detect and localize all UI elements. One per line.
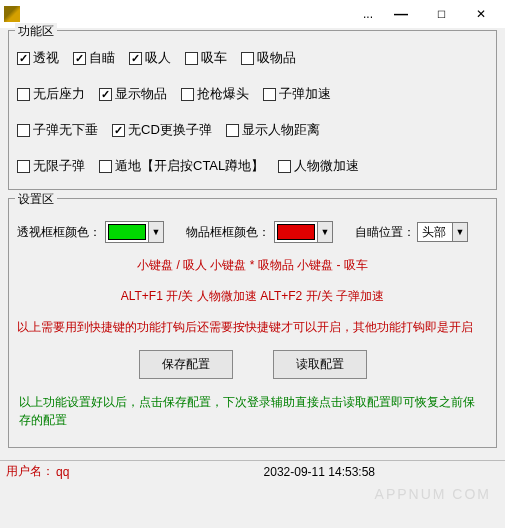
color-row: 透视框框颜色： ▼ 物品框框颜色： ▼ 自瞄位置： 头部 ▼ bbox=[17, 221, 488, 243]
checkbox-label: 人物微加速 bbox=[294, 157, 359, 175]
checkbox-label: 遁地【开启按CTAL蹲地】 bbox=[115, 157, 264, 175]
app-icon bbox=[4, 6, 20, 22]
watermark: APPNUM COM bbox=[375, 486, 491, 502]
checkbox-吸物品[interactable]: 吸物品 bbox=[241, 49, 296, 67]
aimbot-position-select[interactable]: 头部 ▼ bbox=[417, 222, 468, 242]
username-value: qq bbox=[56, 465, 69, 479]
item-color-select[interactable]: ▼ bbox=[274, 221, 333, 243]
dropdown-arrow-icon: ▼ bbox=[317, 222, 332, 242]
checkbox-label: 子弹无下垂 bbox=[33, 121, 98, 139]
checkbox-icon bbox=[17, 88, 30, 101]
checkbox-icon bbox=[73, 52, 86, 65]
checkbox-label: 显示物品 bbox=[115, 85, 167, 103]
checkbox-label: 显示人物距离 bbox=[242, 121, 320, 139]
checkbox-label: 透视 bbox=[33, 49, 59, 67]
close-button[interactable]: ✕ bbox=[461, 2, 501, 26]
titlebar-dots: ... bbox=[355, 7, 381, 21]
checkbox-label: 子弹加速 bbox=[279, 85, 331, 103]
statusbar: 用户名： qq 2032-09-11 14:53:58 bbox=[0, 460, 505, 482]
checkbox-子弹加速[interactable]: 子弹加速 bbox=[263, 85, 331, 103]
checkbox-icon bbox=[17, 160, 30, 173]
checkbox-icon bbox=[17, 52, 30, 65]
checkbox-label: 自瞄 bbox=[89, 49, 115, 67]
minimize-button[interactable]: — bbox=[381, 2, 421, 26]
checkbox-label: 无CD更换子弹 bbox=[128, 121, 212, 139]
checkbox-遁地【开启按CTAL蹲地】[interactable]: 遁地【开启按CTAL蹲地】 bbox=[99, 157, 264, 175]
load-config-button[interactable]: 读取配置 bbox=[273, 350, 367, 379]
checkbox-无CD更换子弹[interactable]: 无CD更换子弹 bbox=[112, 121, 212, 139]
perspective-color-select[interactable]: ▼ bbox=[105, 221, 164, 243]
checkbox-自瞄[interactable]: 自瞄 bbox=[73, 49, 115, 67]
checkbox-显示人物距离[interactable]: 显示人物距离 bbox=[226, 121, 320, 139]
checkbox-row: 无后座力显示物品抢枪爆头子弹加速 bbox=[17, 85, 488, 103]
dropdown-arrow-icon: ▼ bbox=[148, 222, 163, 242]
hotkey-hint-3: 以上需要用到快捷键的功能打钩后还需要按快捷键才可以开启，其他功能打钩即是开启 bbox=[17, 319, 488, 336]
checkbox-row: 透视自瞄吸人吸车吸物品 bbox=[17, 49, 488, 67]
checkbox-icon bbox=[17, 124, 30, 137]
function-group: 功能区 透视自瞄吸人吸车吸物品无后座力显示物品抢枪爆头子弹加速子弹无下垂无CD更… bbox=[8, 30, 497, 190]
checkbox-人物微加速[interactable]: 人物微加速 bbox=[278, 157, 359, 175]
checkbox-label: 抢枪爆头 bbox=[197, 85, 249, 103]
checkbox-icon bbox=[263, 88, 276, 101]
checkbox-icon bbox=[185, 52, 198, 65]
checkbox-label: 吸人 bbox=[145, 49, 171, 67]
dropdown-arrow-icon: ▼ bbox=[452, 223, 467, 241]
username-label: 用户名： bbox=[6, 463, 54, 480]
perspective-color-label: 透视框框颜色： bbox=[17, 224, 101, 241]
item-color-swatch bbox=[277, 224, 315, 240]
function-group-title: 功能区 bbox=[15, 23, 57, 40]
checkbox-吸车[interactable]: 吸车 bbox=[185, 49, 227, 67]
checkbox-子弹无下垂[interactable]: 子弹无下垂 bbox=[17, 121, 98, 139]
checkbox-icon bbox=[99, 88, 112, 101]
checkbox-row: 无限子弹遁地【开启按CTAL蹲地】人物微加速 bbox=[17, 157, 488, 175]
hotkey-hint-1: 小键盘 / 吸人 小键盘 * 吸物品 小键盘 - 吸车 bbox=[17, 257, 488, 274]
checkbox-label: 吸物品 bbox=[257, 49, 296, 67]
save-config-button[interactable]: 保存配置 bbox=[139, 350, 233, 379]
maximize-button[interactable]: ☐ bbox=[421, 2, 461, 26]
hotkey-hint-2: ALT+F1 开/关 人物微加速 ALT+F2 开/关 子弹加速 bbox=[17, 288, 488, 305]
titlebar: ... — ☐ ✕ bbox=[0, 0, 505, 28]
save-hint: 以上功能设置好以后，点击保存配置，下次登录辅助直接点击读取配置即可恢复之前保存的… bbox=[19, 393, 486, 429]
checkbox-label: 无限子弹 bbox=[33, 157, 85, 175]
checkbox-row: 子弹无下垂无CD更换子弹显示人物距离 bbox=[17, 121, 488, 139]
checkbox-icon bbox=[129, 52, 142, 65]
checkbox-icon bbox=[99, 160, 112, 173]
aimbot-position-label: 自瞄位置： bbox=[355, 224, 415, 241]
checkbox-label: 无后座力 bbox=[33, 85, 85, 103]
checkbox-icon bbox=[241, 52, 254, 65]
item-color-label: 物品框框颜色： bbox=[186, 224, 270, 241]
checkbox-显示物品[interactable]: 显示物品 bbox=[99, 85, 167, 103]
button-row: 保存配置 读取配置 bbox=[17, 350, 488, 379]
checkbox-icon bbox=[112, 124, 125, 137]
aimbot-position-value: 头部 bbox=[418, 224, 452, 241]
checkbox-抢枪爆头[interactable]: 抢枪爆头 bbox=[181, 85, 249, 103]
checkbox-无限子弹[interactable]: 无限子弹 bbox=[17, 157, 85, 175]
checkbox-icon bbox=[278, 160, 291, 173]
settings-group: 设置区 透视框框颜色： ▼ 物品框框颜色： ▼ 自瞄位置： 头部 ▼ 小键盘 /… bbox=[8, 198, 497, 448]
checkbox-无后座力[interactable]: 无后座力 bbox=[17, 85, 85, 103]
checkbox-label: 吸车 bbox=[201, 49, 227, 67]
checkbox-icon bbox=[226, 124, 239, 137]
settings-group-title: 设置区 bbox=[15, 191, 57, 208]
checkbox-icon bbox=[181, 88, 194, 101]
timestamp: 2032-09-11 14:53:58 bbox=[264, 465, 375, 479]
checkbox-透视[interactable]: 透视 bbox=[17, 49, 59, 67]
perspective-color-swatch bbox=[108, 224, 146, 240]
checkbox-吸人[interactable]: 吸人 bbox=[129, 49, 171, 67]
